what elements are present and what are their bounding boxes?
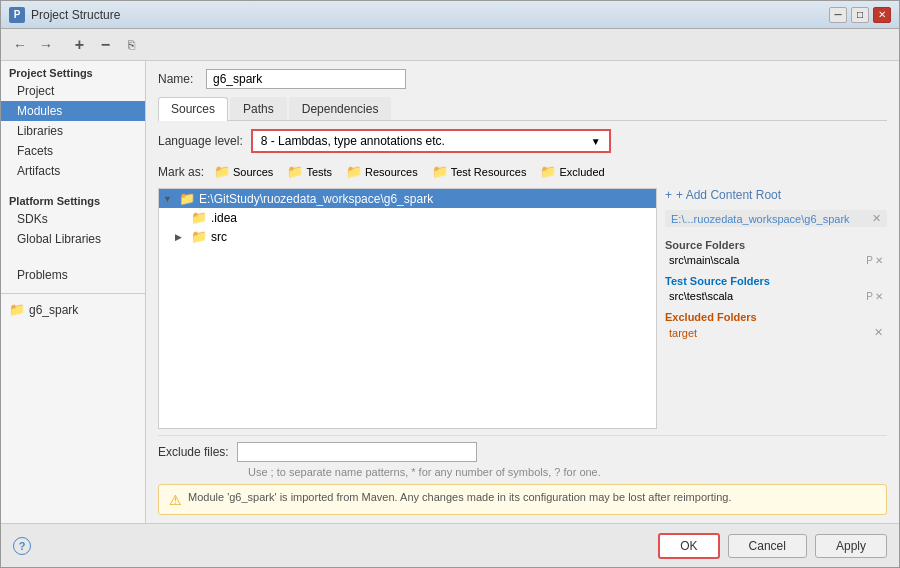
tree-expand-icon: ▼ bbox=[163, 194, 175, 204]
add-button[interactable]: + bbox=[68, 34, 90, 56]
content-root-path: E:\...ruozedata_workspace\g6_spark ✕ bbox=[665, 210, 887, 227]
back-button[interactable]: ← bbox=[9, 34, 31, 56]
sidebar-item-sdks[interactable]: SDKs bbox=[1, 209, 145, 229]
dropdown-arrow-icon: ▼ bbox=[591, 136, 601, 147]
mark-test-resources-button[interactable]: 📁 Test Resources bbox=[428, 163, 531, 180]
tab-sources[interactable]: Sources bbox=[158, 97, 228, 121]
sidebar-item-artifacts[interactable]: Artifacts bbox=[1, 161, 145, 181]
footer: ? OK Cancel Apply bbox=[1, 523, 899, 567]
name-input[interactable] bbox=[206, 69, 406, 89]
help-button[interactable]: ? bbox=[13, 537, 31, 555]
language-level-row: Language level: 8 - Lambdas, type annota… bbox=[158, 129, 887, 153]
source-folder-actions: P ✕ bbox=[866, 255, 883, 266]
sidebar-item-problems[interactable]: Problems bbox=[1, 265, 145, 285]
name-label: Name: bbox=[158, 72, 198, 86]
file-tree[interactable]: ▼ 📁 E:\GitStudy\ruozedata_workspace\g6_s… bbox=[158, 188, 657, 429]
language-level-select[interactable]: 8 - Lambdas, type annotations etc. ▼ bbox=[251, 129, 611, 153]
src-folder-icon: 📁 bbox=[191, 229, 207, 244]
add-content-root-button[interactable]: + + Add Content Root bbox=[665, 188, 887, 202]
plus-icon: + bbox=[665, 188, 672, 202]
excluded-folder-remove-icon[interactable]: ✕ bbox=[874, 326, 883, 339]
sidebar-item-facets[interactable]: Facets bbox=[1, 141, 145, 161]
mark-as-label: Mark as: bbox=[158, 165, 204, 179]
test-folder-edit-icon[interactable]: P bbox=[866, 291, 873, 302]
bottom-area: Exclude files: Use ; to separate name pa… bbox=[158, 435, 887, 515]
project-settings-header: Project Settings bbox=[1, 61, 145, 81]
test-source-folders-section: Test Source Folders src\test\scala P ✕ bbox=[665, 275, 887, 303]
folder-icon: 📁 bbox=[179, 191, 195, 206]
sidebar-item-project[interactable]: Project bbox=[1, 81, 145, 101]
exclude-files-row: Exclude files: bbox=[158, 442, 887, 462]
sidebar: Project Settings Project Modules Librari… bbox=[1, 61, 146, 523]
mark-as-row: Mark as: 📁 Sources 📁 Tests 📁 Resources 📁… bbox=[158, 163, 887, 180]
tree-idea-item[interactable]: 📁 .idea bbox=[159, 208, 656, 227]
right-panel: + + Add Content Root E:\...ruozedata_wor… bbox=[657, 188, 887, 429]
exclude-files-input[interactable] bbox=[237, 442, 477, 462]
maximize-button[interactable]: □ bbox=[851, 7, 869, 23]
mark-tests-button[interactable]: 📁 Tests bbox=[283, 163, 336, 180]
test-folder-actions: P ✕ bbox=[866, 291, 883, 302]
excluded-folders-header: Excluded Folders bbox=[665, 311, 887, 323]
close-button[interactable]: ✕ bbox=[873, 7, 891, 23]
main-content: Project Settings Project Modules Librari… bbox=[1, 61, 899, 523]
tree-root-item[interactable]: ▼ 📁 E:\GitStudy\ruozedata_workspace\g6_s… bbox=[159, 189, 656, 208]
tree-src-item[interactable]: ▶ 📁 src bbox=[159, 227, 656, 246]
ok-button[interactable]: OK bbox=[658, 533, 719, 559]
project-structure-window: P Project Structure ─ □ ✕ ← → + − ⎘ Proj… bbox=[0, 0, 900, 568]
title-bar-left: P Project Structure bbox=[9, 7, 120, 23]
tab-paths[interactable]: Paths bbox=[230, 97, 287, 120]
title-controls: ─ □ ✕ bbox=[829, 7, 891, 23]
test-source-folders-header: Test Source Folders bbox=[665, 275, 887, 287]
remove-content-root-button[interactable]: ✕ bbox=[872, 212, 881, 225]
cancel-button[interactable]: Cancel bbox=[728, 534, 807, 558]
module-tree-item[interactable]: 📁 g6_spark bbox=[1, 298, 145, 321]
source-folder-remove-icon[interactable]: ✕ bbox=[875, 255, 883, 266]
test-folder-remove-icon[interactable]: ✕ bbox=[875, 291, 883, 302]
warning-icon: ⚠ bbox=[169, 492, 182, 508]
source-folders-header: Source Folders bbox=[665, 239, 887, 251]
name-row: Name: bbox=[158, 69, 887, 89]
excluded-folders-section: Excluded Folders target ✕ bbox=[665, 311, 887, 340]
mark-sources-button[interactable]: 📁 Sources bbox=[210, 163, 277, 180]
tabs: Sources Paths Dependencies bbox=[158, 97, 887, 121]
source-folders-section: Source Folders src\main\scala P ✕ bbox=[665, 239, 887, 267]
excluded-folder-path-row: target ✕ bbox=[665, 325, 887, 340]
exclude-files-label: Exclude files: bbox=[158, 445, 229, 459]
source-folder-edit-icon[interactable]: P bbox=[866, 255, 873, 266]
idea-folder-icon: 📁 bbox=[191, 210, 207, 225]
source-folder-path-row: src\main\scala P ✕ bbox=[665, 253, 887, 267]
minimize-button[interactable]: ─ bbox=[829, 7, 847, 23]
split-area: ▼ 📁 E:\GitStudy\ruozedata_workspace\g6_s… bbox=[158, 188, 887, 429]
window-title: Project Structure bbox=[31, 8, 120, 22]
warning-row: ⚠ Module 'g6_spark' is imported from Mav… bbox=[158, 484, 887, 515]
main-toolbar: ← → + − ⎘ bbox=[1, 29, 899, 61]
sidebar-item-modules[interactable]: Modules bbox=[1, 101, 145, 121]
mark-excluded-button[interactable]: 📁 Excluded bbox=[536, 163, 608, 180]
platform-settings-header: Platform Settings bbox=[1, 189, 145, 209]
copy-button[interactable]: ⎘ bbox=[120, 34, 142, 56]
tab-dependencies[interactable]: Dependencies bbox=[289, 97, 392, 120]
forward-button[interactable]: → bbox=[35, 34, 57, 56]
hint-text: Use ; to separate name patterns, * for a… bbox=[248, 466, 887, 478]
apply-button[interactable]: Apply bbox=[815, 534, 887, 558]
mark-resources-button[interactable]: 📁 Resources bbox=[342, 163, 422, 180]
content-panel: Name: Sources Paths Dependencies Languag… bbox=[146, 61, 899, 523]
title-bar: P Project Structure ─ □ ✕ bbox=[1, 1, 899, 29]
remove-button[interactable]: − bbox=[94, 34, 116, 56]
warning-text: Module 'g6_spark' is imported from Maven… bbox=[188, 491, 731, 503]
app-icon: P bbox=[9, 7, 25, 23]
language-level-label: Language level: bbox=[158, 134, 243, 148]
test-source-folder-path-row: src\test\scala P ✕ bbox=[665, 289, 887, 303]
sidebar-item-libraries[interactable]: Libraries bbox=[1, 121, 145, 141]
sidebar-item-global-libraries[interactable]: Global Libraries bbox=[1, 229, 145, 249]
